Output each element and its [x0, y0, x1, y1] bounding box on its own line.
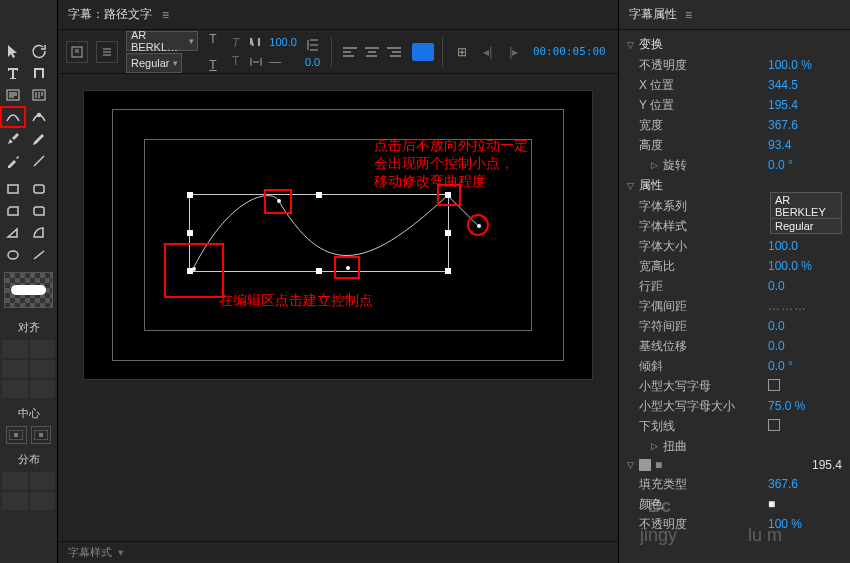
align-section-label: 对齐 — [0, 314, 57, 338]
align-right[interactable] — [30, 340, 56, 358]
prop-font-style: 字体样式Regular — [619, 216, 850, 236]
pen-tool[interactable] — [0, 106, 26, 128]
next-tab-icon[interactable]: |▸ — [503, 41, 525, 63]
annotation-box — [334, 256, 360, 279]
left-toolbar: 对齐 中心 分布 — [0, 0, 58, 563]
arc-tool[interactable] — [26, 222, 52, 244]
vertical-type-tool[interactable] — [26, 62, 52, 84]
stroke-preview[interactable] — [4, 272, 53, 308]
section-fill[interactable]: ▽■195.4 — [619, 456, 850, 474]
ellipse-tool[interactable] — [0, 244, 26, 266]
line-segment-tool[interactable] — [26, 244, 52, 266]
snap-icon[interactable]: ⊞ — [451, 41, 473, 63]
align-vcenter[interactable] — [30, 380, 56, 398]
wedge-tool[interactable] — [0, 222, 26, 244]
prop-small-caps-size: 小型大写字母大小75.0 % — [619, 396, 850, 416]
align-right-icon[interactable] — [384, 42, 404, 62]
panel-menu-icon[interactable]: ≡ — [162, 8, 169, 22]
eyedropper-tool[interactable] — [0, 150, 26, 172]
selection-tool[interactable] — [0, 40, 26, 62]
prop-aspect: 宽高比100.0 % — [619, 256, 850, 276]
strike-icon[interactable]: T — [232, 54, 239, 68]
distribute-2[interactable] — [30, 472, 56, 490]
titlebar: 字幕：路径文字 ≡ — [58, 0, 618, 30]
prop-font-family: 字体系列AR BERKLEY — [619, 196, 850, 216]
align-center-icon[interactable] — [362, 42, 382, 62]
area-type-tool[interactable] — [0, 84, 26, 106]
prop-kerning: 字偶间距……… — [619, 296, 850, 316]
section-transform[interactable]: ▽变换 — [619, 34, 850, 55]
panel-menu-icon[interactable]: ≡ — [685, 8, 692, 22]
document-title: 字幕：路径文字 — [68, 6, 152, 23]
pencil-tool[interactable] — [26, 128, 52, 150]
annotation-circle — [467, 214, 489, 236]
new-title-icon[interactable] — [66, 41, 88, 63]
canvas[interactable]: 点击后不放向外拉动一定 会出现两个控制小点， 移动修改弯曲程度 在编辑区点击建立… — [83, 90, 593, 380]
tab-stops-icon[interactable] — [412, 43, 434, 61]
bottom-bar: 字幕样式 ▾ — [58, 541, 618, 563]
rectangle-tool[interactable] — [0, 178, 26, 200]
checkbox[interactable] — [639, 459, 651, 471]
prop-x-position: X 位置344.5 — [619, 75, 850, 95]
checkbox[interactable] — [768, 379, 780, 391]
prop-fill-type: 填充类型367.6 — [619, 474, 850, 494]
font-size-value[interactable]: 100.0 — [269, 36, 297, 48]
rounded-clip-tool[interactable] — [26, 200, 52, 222]
annotation-text-1: 点击后不放向外拉动一定 会出现两个控制小点， 移动修改弯曲程度 — [374, 136, 528, 191]
font-style-dropdown[interactable]: Regular — [126, 53, 182, 73]
align-bottom[interactable] — [30, 360, 56, 378]
center-vertical[interactable] — [31, 426, 52, 444]
align-left[interactable] — [2, 340, 28, 358]
leading-value[interactable]: 0.0 — [305, 56, 320, 68]
roll-crawl-icon[interactable] — [96, 41, 118, 63]
center-horizontal[interactable] — [6, 426, 27, 444]
distribute-4[interactable] — [30, 492, 56, 510]
svg-rect-7 — [14, 433, 18, 437]
clipped-rect-tool[interactable] — [0, 200, 26, 222]
prop-height: 高度93.4 — [619, 135, 850, 155]
type-tool[interactable] — [0, 62, 26, 84]
prop-y-position: Y 位置195.4 — [619, 95, 850, 115]
brush-tool[interactable] — [0, 128, 26, 150]
vertical-area-type-tool[interactable] — [26, 84, 52, 106]
distribute-3[interactable] — [2, 492, 28, 510]
canvas-wrapper: 点击后不放向外拉动一定 会出现两个控制小点， 移动修改弯曲程度 在编辑区点击建立… — [58, 74, 618, 541]
rotate-tool[interactable] — [26, 40, 52, 62]
prev-tab-icon[interactable]: ◂| — [477, 41, 499, 63]
bottom-label: 字幕样式 — [68, 545, 112, 560]
distribute-buttons — [0, 470, 57, 512]
italic-icon[interactable]: T — [232, 36, 239, 50]
kerning-icon — [247, 53, 265, 71]
properties-panel: 字幕属性 ≡ ▽变换 不透明度100.0 % X 位置344.5 Y 位置195… — [618, 0, 850, 563]
timecode[interactable]: 00:00:05:00 — [533, 45, 606, 58]
align-buttons — [0, 338, 57, 400]
distribute-1[interactable] — [2, 472, 28, 490]
font-size-icon — [247, 33, 265, 51]
prop-baseline-shift: 基线位移0.0 — [619, 336, 850, 356]
add-anchor-tool[interactable] — [26, 106, 52, 128]
svg-point-5 — [8, 251, 18, 259]
align-hcenter[interactable] — [2, 380, 28, 398]
path-curve — [84, 91, 592, 379]
annotation-text-2: 在编辑区点击建立控制点 — [219, 291, 373, 309]
prop-font-size: 字体大小100.0 — [619, 236, 850, 256]
bold-icon[interactable]: T — [202, 28, 224, 50]
properties-panel-title: 字幕属性 ≡ — [619, 0, 850, 30]
line-tool[interactable] — [26, 150, 52, 172]
checkbox[interactable] — [768, 419, 780, 431]
align-left-icon[interactable] — [340, 42, 360, 62]
align-top[interactable] — [2, 360, 28, 378]
prop-rotation: ▷旋转0.0 ° — [619, 155, 850, 175]
distribute-section-label: 分布 — [0, 446, 57, 470]
bottom-menu-icon[interactable]: ▾ — [118, 546, 124, 559]
prop-small-caps: 小型大写字母 — [619, 376, 850, 396]
prop-color: 颜色■ — [619, 494, 850, 514]
prop-opacity: 不透明度100.0 % — [619, 55, 850, 75]
annotation-box — [164, 243, 224, 298]
annotation-box — [264, 189, 292, 214]
main-area: 字幕：路径文字 ≡ AR BERKL… Regular T T T T 100.… — [58, 0, 618, 563]
rounded-rectangle-tool[interactable] — [26, 178, 52, 200]
underline-icon[interactable]: T — [202, 54, 224, 76]
font-family-dropdown[interactable]: AR BERKL… — [126, 31, 198, 51]
kerning-value[interactable]: — — [269, 55, 281, 69]
